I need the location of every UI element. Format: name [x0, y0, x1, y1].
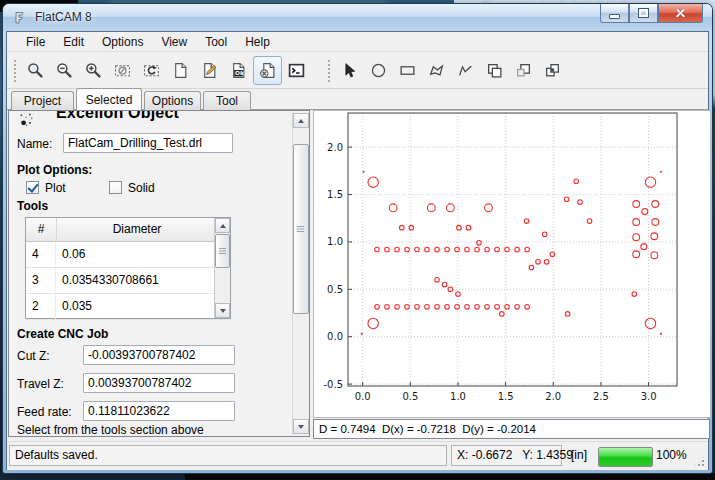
subtract-tool-button[interactable]	[509, 56, 538, 85]
drill-hole-marker	[475, 247, 480, 252]
polygon-tool-button[interactable]	[422, 56, 451, 85]
tools-scroll-thumb[interactable]	[215, 234, 230, 268]
circle-tool-button[interactable]	[364, 56, 393, 85]
titlebar[interactable]: FlatCAM 8	[3, 4, 712, 31]
statusbar: Defaults saved. X: -0.6672 Y: 1.4359 [in…	[7, 441, 708, 470]
shell-icon	[288, 62, 305, 79]
drill-hole-marker	[529, 265, 534, 270]
drill-hole-marker	[542, 232, 547, 237]
background-bottom-segment	[0, 473, 185, 480]
tool-row[interactable]: 20.035	[26, 294, 230, 320]
feedrate-input[interactable]	[83, 401, 235, 421]
menu-file[interactable]: File	[17, 33, 54, 51]
tab-tool[interactable]: Tool	[203, 91, 251, 110]
tools-scroll-up[interactable]	[215, 218, 230, 233]
drill-hole-dot	[660, 333, 662, 335]
drill-hole-marker	[578, 200, 583, 205]
progress-percent: 100%	[656, 448, 687, 462]
pointer-tool-button[interactable]	[335, 56, 364, 85]
tab-project[interactable]: Project	[11, 91, 74, 110]
circle-tool-icon	[370, 62, 387, 79]
shell-button[interactable]	[282, 56, 311, 85]
drill-hole-marker	[645, 318, 655, 328]
drill-hole-marker	[515, 305, 520, 310]
drill-hole-marker	[405, 305, 410, 310]
drill-hole-marker	[395, 247, 400, 252]
units-label: [in]	[571, 448, 587, 462]
tab-options[interactable]: Options	[144, 91, 201, 110]
plot-delta-readout: D = 0.7494 D(x) = -0.7218 D(y) = -0.2014	[313, 419, 710, 439]
drill-hole-marker	[456, 292, 461, 297]
drill-hole-dot	[361, 333, 363, 335]
minimize-icon	[609, 14, 620, 19]
cutz-input[interactable]	[83, 345, 235, 365]
drill-hole-marker	[395, 305, 400, 310]
x-tick-label: 2.5	[593, 391, 609, 402]
drill-hole-marker	[465, 305, 470, 310]
rectangle-tool-button[interactable]	[393, 56, 422, 85]
drill-hole-marker	[642, 209, 648, 215]
menubar: File Edit Options View Tool Help	[7, 32, 708, 52]
new-file-button[interactable]	[166, 56, 195, 85]
clear-plot-button[interactable]	[108, 56, 137, 85]
drill-hole-marker	[389, 204, 397, 212]
tools-col-number[interactable]: #	[26, 218, 57, 241]
delete-object-button[interactable]	[253, 56, 282, 85]
union-tool-button[interactable]	[480, 56, 509, 85]
tools-scroll-down[interactable]	[215, 303, 230, 318]
new-file-icon	[172, 62, 189, 79]
plot-checkbox[interactable]	[26, 181, 39, 194]
ok-file-icon: Ok	[230, 62, 247, 79]
y-tick-label: 1.0	[327, 236, 343, 247]
tab-selected[interactable]: Selected	[76, 88, 142, 110]
plot-canvas[interactable]: 0.00.51.01.52.02.53.0-0.50.00.51.01.52.0	[314, 111, 710, 417]
toolbar-grip-2[interactable]	[327, 59, 331, 83]
menu-tool[interactable]: Tool	[196, 33, 236, 51]
tools-col-diameter[interactable]: Diameter	[57, 218, 217, 241]
drill-hole-marker	[565, 312, 570, 317]
resize-grip[interactable]	[694, 456, 705, 467]
drill-hole-marker	[525, 305, 530, 310]
solid-checkbox[interactable]	[109, 181, 122, 194]
flatcam-window: FlatCAM 8 File Edit Options View Tool He…	[3, 4, 712, 473]
edit-file-button[interactable]	[195, 56, 224, 85]
plot-panel[interactable]: 0.00.51.01.52.02.53.0-0.50.00.51.01.52.0	[313, 110, 711, 418]
flatcam-logo-icon	[12, 9, 29, 26]
drill-hole-marker	[633, 234, 640, 241]
drill-hole-marker	[368, 318, 378, 328]
zoom-in-button[interactable]	[79, 56, 108, 85]
menu-view[interactable]: View	[152, 33, 196, 51]
drill-hole-marker	[442, 282, 447, 287]
menu-help[interactable]: Help	[236, 33, 279, 51]
travelz-input[interactable]	[83, 373, 235, 393]
clear-plot-icon	[114, 62, 131, 79]
polyline-tool-button[interactable]	[451, 56, 480, 85]
panel-scroll-up[interactable]	[293, 113, 309, 128]
restore-button[interactable]	[629, 4, 658, 23]
zoom-fit-button[interactable]	[21, 56, 50, 85]
panel-scroll-down[interactable]	[293, 419, 309, 434]
join-tool-button[interactable]	[538, 56, 567, 85]
drill-hole-marker	[445, 305, 450, 310]
toolbar-grip[interactable]	[13, 59, 17, 83]
x-tick-label: 3.0	[641, 391, 657, 402]
close-button[interactable]	[658, 4, 703, 23]
solid-checkbox-label: Solid	[128, 181, 155, 195]
tool-diameter-cell: 0.0354330708661	[56, 268, 216, 293]
tool-row[interactable]: 40.06	[26, 242, 230, 268]
name-input[interactable]	[63, 133, 233, 153]
ok-file-button[interactable]: Ok	[224, 56, 253, 85]
y-tick-label: 1.5	[327, 189, 343, 200]
drill-hole-marker	[641, 244, 647, 250]
replot-button[interactable]	[137, 56, 166, 85]
zoom-out-button[interactable]	[50, 56, 79, 85]
menu-edit[interactable]: Edit	[54, 33, 93, 51]
minimize-button[interactable]	[600, 4, 629, 23]
drill-hole-marker	[652, 219, 659, 226]
object-heading: Excellon Object	[56, 111, 256, 122]
drill-hole-marker	[574, 179, 579, 184]
panel-scroll-thumb[interactable]	[293, 144, 309, 314]
tool-number-cell: 3	[26, 268, 56, 293]
menu-options[interactable]: Options	[93, 33, 152, 51]
tool-row[interactable]: 30.0354330708661	[26, 268, 230, 294]
